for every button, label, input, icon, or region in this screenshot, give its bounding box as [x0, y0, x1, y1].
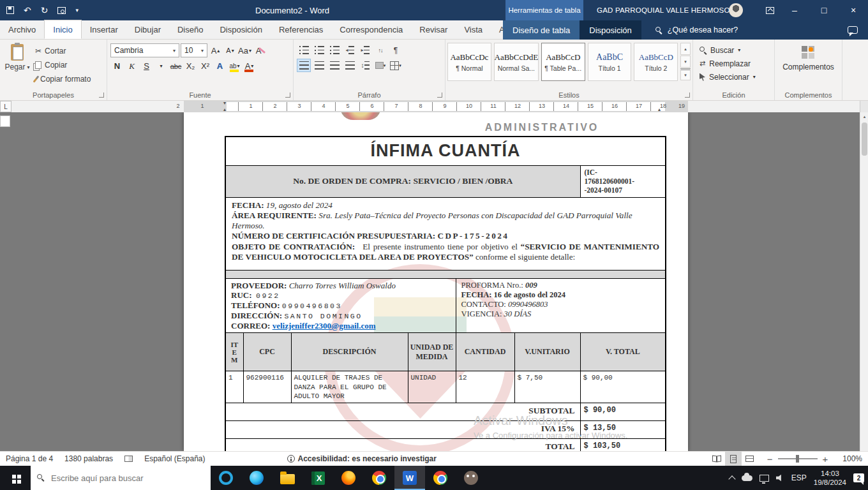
taskbar-edge[interactable]: [241, 466, 272, 490]
scrollbar-top-button[interactable]: [860, 101, 868, 112]
cell-item[interactable]: 1: [225, 371, 243, 403]
order-label-cell[interactable]: No. DE ORDEN DE COMPRA: SERVICIO / BIEN …: [225, 165, 580, 197]
multilevel-list-button[interactable]: [327, 43, 341, 57]
text-effects-button[interactable]: A: [213, 59, 227, 73]
sort-button[interactable]: ↑↓: [373, 43, 387, 57]
font-color-button[interactable]: A▾: [243, 59, 256, 73]
keyboard-language[interactable]: ESP: [791, 473, 807, 482]
styles-scroll-up[interactable]: ▴: [680, 43, 691, 55]
header-item[interactable]: ITEM: [225, 333, 243, 371]
header-v-total[interactable]: V. TOTAL: [580, 333, 666, 371]
style-normal[interactable]: AaBbCcDc ¶ Normal: [447, 43, 491, 81]
total-value[interactable]: $ 103,50: [580, 439, 666, 451]
doc-title-cell[interactable]: ÍNFIMA CUANTÍA: [225, 137, 666, 165]
tell-me-search[interactable]: ¿Qué desea hacer?: [655, 26, 738, 34]
page-indicator[interactable]: Página 1 de 4: [0, 452, 59, 466]
subtotal-label[interactable]: SUBTOTAL: [225, 403, 580, 421]
cut-button[interactable]: ✂Cortar: [33, 44, 93, 58]
cell-v-unitario[interactable]: $ 7,50: [514, 371, 580, 403]
header-descripcion[interactable]: DESCRIPCIÓN: [291, 333, 408, 371]
onedrive-tray[interactable]: [742, 475, 752, 481]
touch-mouse-mode-icon[interactable]: [57, 7, 66, 14]
iva-label[interactable]: IVA 15%: [225, 421, 580, 439]
align-left-button[interactable]: [297, 59, 311, 72]
web-layout-button[interactable]: [742, 452, 758, 466]
increase-indent-button[interactable]: ▸: [358, 43, 372, 57]
paragraph-dialog-launcher[interactable]: [437, 93, 442, 98]
header-cantidad[interactable]: CANTIDAD: [456, 333, 514, 371]
subtotal-value[interactable]: $ 90,00: [580, 403, 666, 421]
right-indent-marker[interactable]: ▴: [658, 107, 661, 112]
decrease-indent-button[interactable]: ◂: [343, 43, 357, 57]
italic-button[interactable]: K: [125, 59, 138, 73]
word-count[interactable]: 1380 palabras: [59, 452, 119, 466]
line-spacing-button[interactable]: ↕: [358, 59, 372, 72]
proforma-cell[interactable]: PROFORMA Nro.: 009 FECHA: 16 de agosto d…: [456, 278, 666, 333]
tab-disposicion[interactable]: Disposición: [211, 20, 270, 39]
zoom-in-button[interactable]: +: [823, 454, 828, 464]
paste-button[interactable]: Pegar▾: [2, 41, 33, 89]
tab-diseno-de-tabla[interactable]: Diseño de tabla: [503, 20, 580, 40]
spacer-row[interactable]: [225, 270, 666, 278]
align-center-button[interactable]: [312, 59, 326, 72]
order-info-cell[interactable]: FECHA: 19, agosto del 2024 ÁREA REQUIREN…: [225, 197, 666, 270]
styles-gallery-more[interactable]: ▾: [680, 68, 691, 80]
font-dialog-launcher[interactable]: [285, 93, 290, 98]
avatar[interactable]: [729, 3, 743, 17]
shading-button[interactable]: ▾: [373, 59, 387, 72]
order-code-cell[interactable]: (IC- 1768120600001- -2024-00107: [580, 165, 666, 197]
bold-button[interactable]: N: [110, 59, 124, 73]
tab-insertar[interactable]: Insertar: [82, 20, 126, 39]
save-icon[interactable]: [6, 6, 14, 14]
copy-button[interactable]: Copiar: [33, 58, 93, 72]
tab-correspondencia[interactable]: Correspondencia: [331, 20, 411, 39]
styles-dialog-launcher[interactable]: [685, 93, 690, 98]
underline-button[interactable]: S: [140, 59, 153, 73]
horizontal-ruler[interactable]: L 2 1 1 2 3 4 5 6 7 8 9 10 11 12 13 14 1…: [0, 101, 868, 112]
taskbar-search-input[interactable]: [51, 473, 191, 483]
customize-quick-access-icon[interactable]: ▾: [75, 7, 79, 13]
iva-value[interactable]: $ 13,50: [580, 421, 666, 439]
zoom-out-button[interactable]: −: [767, 454, 773, 464]
language-indicator[interactable]: Español (España): [138, 452, 211, 466]
scroll-up-arrow[interactable]: ▴: [860, 112, 868, 121]
replace-button[interactable]: ⇄Reemplazar: [695, 57, 772, 70]
shrink-font-button[interactable]: A▾: [223, 44, 237, 57]
addins-button[interactable]: Complementos: [777, 43, 839, 74]
first-line-indent-marker[interactable]: ▾: [223, 101, 226, 106]
styles-scroll-down[interactable]: ▾: [680, 56, 691, 68]
borders-button[interactable]: ▾: [389, 59, 403, 72]
read-mode-button[interactable]: [708, 452, 725, 466]
account-name[interactable]: GAD PARROQUIAL VALLE HERMOSO: [597, 0, 730, 20]
correo-link[interactable]: velizjeniffer2300@gmail.com: [273, 321, 376, 330]
tab-referencias[interactable]: Referencias: [271, 20, 331, 39]
start-button[interactable]: [0, 466, 31, 490]
hidden-icons-chevron[interactable]: [730, 475, 735, 482]
zoom-slider-thumb[interactable]: [796, 455, 799, 463]
taskbar-firefox[interactable]: [333, 466, 364, 490]
highlight-color-button[interactable]: ab▾: [228, 59, 241, 73]
format-painter-button[interactable]: Copiar formato: [33, 72, 93, 86]
accessibility-status[interactable]: Accesibilidad: es necesario investigar: [281, 452, 442, 466]
cell-descripcion[interactable]: ALQUILER DE TRAJES DE DANZA PARA EL GRUP…: [291, 371, 408, 403]
taskbar-clock[interactable]: 14:03 19/8/2024: [814, 469, 846, 487]
taskbar-file-explorer[interactable]: [272, 466, 303, 490]
style-no-spacing[interactable]: AaBbCcDdE Normal Sa...: [494, 43, 539, 81]
change-case-button[interactable]: Aa▾: [238, 44, 251, 57]
ribbon-display-options[interactable]: [757, 0, 782, 20]
header-unidad[interactable]: UNIDAD DE MEDIDA: [408, 333, 456, 371]
left-indent-marker[interactable]: ▴: [223, 107, 226, 112]
tab-diseno[interactable]: Diseño: [169, 20, 211, 39]
superscript-button[interactable]: X²: [198, 59, 212, 73]
show-marks-button[interactable]: ¶: [389, 43, 403, 57]
grow-font-button[interactable]: A▴: [209, 44, 222, 57]
print-layout-button[interactable]: [725, 452, 742, 466]
font-name-combo[interactable]: Cambria▾: [110, 43, 179, 57]
undo-icon[interactable]: ↶: [24, 5, 31, 15]
align-right-button[interactable]: [327, 59, 341, 72]
tab-dibujar[interactable]: Dibujar: [126, 20, 169, 39]
tab-inicio[interactable]: Inicio: [44, 20, 81, 39]
volume-tray[interactable]: [776, 474, 784, 482]
taskbar-excel[interactable]: X: [303, 466, 333, 490]
select-button[interactable]: Seleccionar▾: [695, 70, 772, 84]
